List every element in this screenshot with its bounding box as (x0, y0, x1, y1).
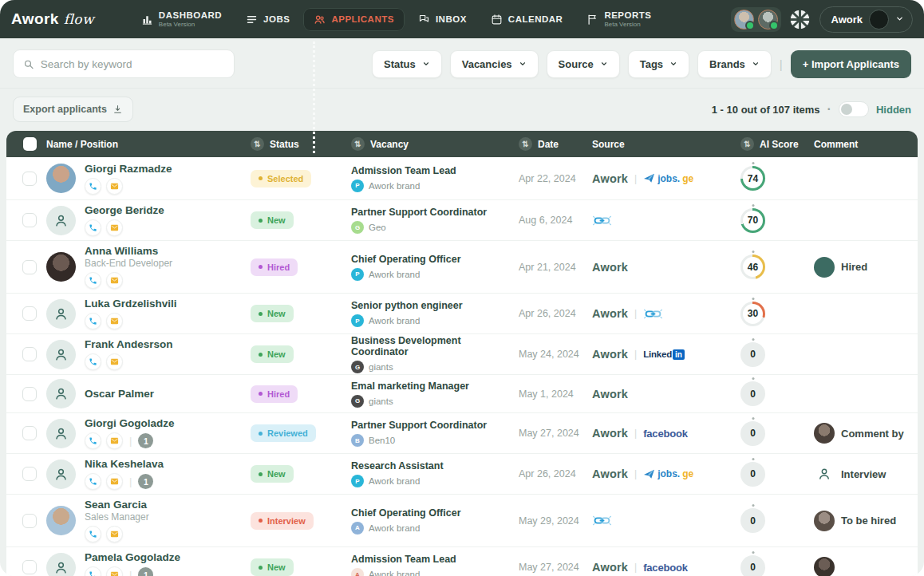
filter-dropdown-brands[interactable]: Brands (697, 50, 772, 78)
email-icon[interactable] (106, 473, 123, 490)
calendar-icon (491, 14, 503, 26)
name-position-cell: Pamela Gogoladze|1 (46, 547, 251, 576)
nav-item-dashboard[interactable]: DASHBOARDBeta Version (131, 5, 232, 34)
export-applicants-button[interactable]: Export applicants (13, 97, 133, 122)
phone-icon[interactable] (85, 272, 101, 289)
team-avatars[interactable] (731, 7, 781, 32)
email-icon[interactable] (106, 526, 123, 542)
vacancy-title[interactable]: Partner Support Coordinator (351, 420, 519, 431)
nav-item-sublabel: Beta Version (604, 21, 640, 28)
filter-dropdown-source[interactable]: Source (547, 50, 620, 78)
applicant-name: Frank Andesrson (85, 338, 173, 350)
brand-label: giants (369, 396, 393, 406)
nav-item-label: JOBS (263, 14, 290, 24)
row-checkbox[interactable] (22, 426, 37, 440)
row-checkbox[interactable] (22, 213, 37, 227)
select-all-checkbox[interactable] (23, 137, 37, 151)
phone-icon[interactable] (85, 526, 101, 542)
filter-dropdown-vacancies[interactable]: Vacancies (450, 50, 539, 78)
phone-icon[interactable] (85, 432, 101, 449)
date-cell: Apr 21, 2024 (519, 262, 592, 273)
date-cell: Aug 6, 2024 (519, 215, 592, 226)
email-icon[interactable] (106, 272, 123, 289)
row-checkbox[interactable] (22, 172, 37, 186)
applicant-row: Luka GrdzelishviliNewSenior python engin… (6, 294, 918, 334)
row-checkbox[interactable] (22, 467, 37, 481)
language-flag-button[interactable] (789, 8, 811, 30)
nav-item-reports[interactable]: REPORTSBeta Version (576, 5, 661, 34)
workspace-switcher[interactable]: Awork (819, 6, 914, 33)
jobsge-label-ge: ge (682, 468, 693, 479)
email-icon[interactable] (106, 178, 123, 195)
vacancy-title[interactable]: Partner Support Coordinator (351, 207, 519, 218)
email-icon[interactable] (106, 432, 123, 449)
ai-score-cell: 74 (740, 166, 814, 191)
email-icon[interactable] (106, 219, 123, 236)
sort-icon[interactable]: ⇅ (251, 137, 264, 151)
hidden-toggle[interactable] (839, 101, 869, 117)
email-icon[interactable] (106, 313, 123, 329)
status-badge: Interview (251, 512, 314, 530)
column-header-name-position: Name / Position (46, 139, 251, 150)
nav-item-applicants[interactable]: APPLICANTS (303, 8, 404, 31)
team-avatar-1 (734, 10, 754, 30)
notes-count-badge[interactable]: 1 (138, 433, 153, 448)
vacancy-title[interactable]: Admission Team Lead (351, 554, 519, 565)
row-checkbox[interactable] (22, 347, 37, 361)
vacancy-title[interactable]: Chief Operating Officer (351, 254, 519, 265)
nav-item-sublabel: Beta Version (159, 21, 195, 28)
nav-item-inbox[interactable]: INBOX (408, 8, 477, 31)
notes-count-badge[interactable]: 1 (138, 567, 153, 576)
vacancy-title[interactable]: Chief Operating Officer (351, 507, 519, 519)
name-position-cell: Sean GarciaSales Manager (46, 495, 251, 546)
comment-cell: Hired (814, 257, 918, 278)
status-badge: New (251, 465, 294, 483)
sort-icon[interactable]: ⇅ (519, 137, 532, 151)
badge-separator: | (129, 435, 132, 447)
search-icon (23, 58, 34, 70)
dashboard-icon (141, 14, 153, 26)
phone-icon[interactable] (85, 313, 101, 329)
filter-label: Tags (640, 58, 663, 70)
phone-icon[interactable] (85, 473, 101, 490)
vacancy-title[interactable]: Senior python engineer (351, 300, 519, 311)
filter-dropdown-status[interactable]: Status (372, 50, 442, 78)
vacancy-title[interactable]: Research Assistant (351, 460, 519, 471)
vacancy-title[interactable]: Admission Team Lead (351, 165, 519, 176)
brand-label: Awork brand (369, 181, 420, 191)
row-checkbox[interactable] (22, 560, 37, 574)
phone-icon[interactable] (85, 219, 101, 236)
nav-item-calendar[interactable]: CALENDAR (480, 8, 574, 31)
email-icon[interactable] (106, 566, 123, 576)
linkedin-source-logo: Linkedin (643, 349, 685, 360)
app-logo[interactable]: Awork flow (11, 10, 94, 28)
import-applicants-button[interactable]: + Import Applicants (791, 50, 911, 78)
applicant-row: Frank AndesrsonNewBusiness Development C… (6, 334, 918, 375)
notes-count-badge[interactable]: 1 (138, 474, 153, 489)
filter-label: Status (384, 58, 416, 70)
applicant-row: Giorgi Gogoladze|1ReviewedPartner Suppor… (6, 413, 918, 454)
table-header-row: Name / Position⇅Status⇅Vacancy⇅DateSourc… (6, 131, 918, 157)
sort-icon[interactable]: ⇅ (351, 137, 365, 151)
sort-numeric-icon[interactable]: ⇅ (740, 137, 754, 151)
vacancy-title[interactable]: Business Development Coordinator (351, 335, 519, 357)
row-checkbox[interactable] (22, 514, 37, 528)
phone-icon[interactable] (85, 353, 101, 370)
nav-item-jobs[interactable]: JOBS (235, 8, 300, 31)
jobsge-label: jobs. (657, 173, 680, 184)
email-icon[interactable] (106, 353, 123, 370)
phone-icon[interactable] (85, 178, 101, 195)
name-position-cell: Oscar Palmer (46, 375, 251, 412)
contact-actions (85, 178, 172, 195)
row-checkbox[interactable] (22, 387, 37, 401)
badge-separator: | (129, 475, 132, 487)
table-toolbar: Export applicants 1 - 10 out of 107 item… (0, 89, 924, 131)
row-checkbox[interactable] (22, 306, 37, 321)
filter-dropdown-tags[interactable]: Tags (628, 50, 689, 78)
vacancy-title[interactable]: Emal marketing Manager (351, 381, 519, 392)
search-input[interactable] (41, 58, 224, 70)
chevron-down-icon (752, 60, 760, 68)
applicant-name: Giorgi Gogoladze (85, 417, 175, 429)
row-checkbox[interactable] (22, 260, 37, 274)
phone-icon[interactable] (85, 566, 101, 576)
